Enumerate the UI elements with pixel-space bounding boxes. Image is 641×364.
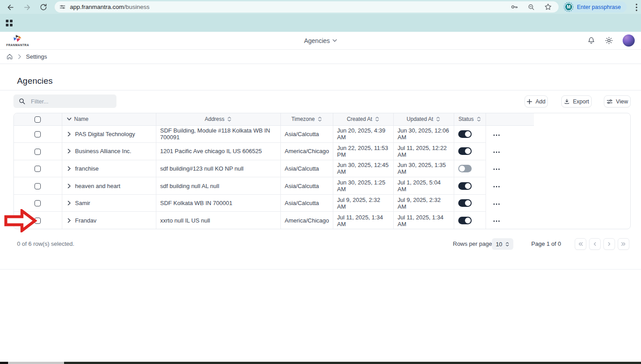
status-toggle[interactable] — [458, 182, 472, 190]
notifications-bell-icon[interactable] — [587, 36, 595, 45]
address-bar[interactable]: app.franmantra.com/business — [55, 1, 559, 13]
status-toggle[interactable] — [458, 130, 472, 138]
agency-timezone: America/Chicago — [280, 143, 333, 160]
column-header-timezone[interactable]: Timezone — [291, 116, 314, 122]
row-checkbox[interactable] — [34, 131, 41, 137]
chevron-right-icon[interactable] — [67, 218, 71, 223]
status-toggle[interactable] — [458, 199, 472, 207]
enter-passphrase-button[interactable]: M Enter passphrase — [563, 1, 627, 13]
password-key-icon[interactable] — [510, 3, 519, 11]
row-checkbox[interactable] — [34, 166, 41, 172]
status-toggle[interactable] — [458, 147, 472, 155]
sort-icon[interactable] — [436, 116, 440, 122]
column-header-updated-at[interactable]: Updated At — [407, 116, 433, 122]
status-toggle[interactable] — [458, 165, 472, 172]
agency-name: Business Alliance Inc. — [75, 148, 132, 154]
chevron-right-icon[interactable] — [67, 132, 71, 137]
rows-per-page-select[interactable]: 10 — [492, 238, 513, 250]
updated-at: Jun 30, 2025, 1:35 AM — [393, 160, 454, 177]
page-title: Agencies — [17, 76, 53, 86]
app-header: FRANMANTRA Agencies — [0, 32, 641, 50]
agency-name: Frandav — [75, 217, 97, 224]
sort-icon[interactable] — [318, 116, 322, 122]
row-actions-button[interactable] — [492, 218, 501, 224]
column-header-address[interactable]: Address — [205, 116, 224, 122]
agency-name: heaven and heart — [75, 183, 120, 189]
expand-all-chevron-icon[interactable] — [67, 117, 72, 121]
sort-icon[interactable] — [375, 116, 379, 122]
agency-address: SDF Building, Module #118 Kolkata WB IN … — [156, 125, 280, 143]
row-actions-button[interactable] — [492, 167, 501, 172]
sort-icon[interactable] — [227, 116, 232, 122]
column-header-status[interactable]: Status — [459, 116, 474, 122]
zoom-out-icon[interactable] — [527, 3, 535, 11]
row-actions-button[interactable] — [492, 133, 501, 138]
row-checkbox[interactable] — [34, 149, 41, 155]
browser-forward-button[interactable] — [22, 3, 31, 12]
browser-toolbar: app.franmantra.com/business M Enter pass… — [0, 0, 641, 14]
brand-logo[interactable]: FRANMANTRA — [6, 34, 29, 47]
select-all-checkbox[interactable] — [34, 116, 41, 123]
table-row: heaven and heart sdf building null AL nu… — [14, 177, 534, 195]
browser-menu-button[interactable] — [632, 3, 641, 12]
created-at: Jun 30, 2025, 12:45 AM — [333, 160, 393, 177]
breadcrumb: Settings — [0, 50, 641, 64]
row-actions-button[interactable] — [492, 150, 501, 155]
first-page-button[interactable] — [575, 238, 586, 250]
status-toggle[interactable] — [458, 217, 472, 224]
horizontal-scrollbar[interactable] — [0, 362, 641, 364]
nav-dropdown-label: Agencies — [304, 37, 330, 44]
view-button-label: View — [616, 98, 628, 105]
profile-avatar: M — [565, 4, 572, 10]
created-at: Jul 9, 2025, 2:32 AM — [333, 194, 393, 212]
url-text: app.franmantra.com/business — [70, 4, 510, 10]
export-button[interactable]: Export — [561, 95, 592, 107]
card-bottom-divider — [0, 269, 641, 270]
table-row: Frandav xxrto null IL US null America/Ch… — [14, 212, 534, 229]
chevron-right-icon[interactable] — [67, 166, 71, 171]
last-page-button[interactable] — [618, 238, 629, 250]
created-at: Jul 11, 2025, 1:34 AM — [333, 212, 393, 229]
chevron-down-icon — [332, 39, 337, 42]
rows-per-page-label: Rows per page — [453, 240, 492, 247]
browser-reload-button[interactable] — [39, 3, 48, 12]
add-button[interactable]: Add — [525, 95, 548, 107]
filter-input[interactable] — [31, 98, 103, 105]
updated-at: Jul 11, 2025, 1:34 AM — [393, 212, 454, 229]
chevron-right-icon[interactable] — [67, 149, 71, 154]
browser-back-button[interactable] — [6, 3, 15, 12]
next-page-button[interactable] — [603, 238, 615, 250]
agencies-nav-dropdown[interactable]: Agencies — [304, 37, 337, 44]
user-avatar[interactable] — [623, 34, 635, 47]
sliders-icon — [607, 99, 613, 104]
chevron-right-icon[interactable] — [67, 184, 71, 188]
agency-address: xxrto null IL US null — [156, 212, 280, 229]
scrollbar-thumb[interactable] — [8, 362, 64, 364]
breadcrumb-current[interactable]: Settings — [26, 53, 47, 60]
row-actions-button[interactable] — [492, 184, 501, 189]
chevron-right-icon[interactable] — [67, 201, 71, 206]
column-header-name[interactable]: Name — [74, 116, 89, 122]
table-row: Samir SDF Kolkata WB IN 700001 Asia/Calc… — [14, 194, 534, 212]
view-button[interactable]: View — [604, 95, 631, 107]
agency-timezone: Asia/Calcutta — [280, 125, 333, 143]
site-controls-icon[interactable] — [59, 4, 66, 10]
created-at: Jun 30, 2025, 1:25 AM — [333, 177, 393, 195]
sort-icon[interactable] — [477, 116, 481, 122]
updated-at: Jul 1, 2025, 5:04 AM — [393, 177, 454, 195]
page-indicator: Page 1 of 0 — [531, 240, 561, 247]
previous-page-button[interactable] — [589, 238, 601, 250]
table-header-row: Name Address Timezone Created At Updated… — [14, 113, 534, 125]
home-icon[interactable] — [6, 53, 13, 60]
column-header-created-at[interactable]: Created At — [347, 116, 372, 122]
search-icon — [18, 98, 26, 105]
agency-address: 1201 Pacific Ave chicago IL US 606525 — [156, 143, 280, 160]
row-checkbox[interactable] — [34, 200, 41, 206]
selection-summary: 0 of 6 row(s) selected. — [17, 240, 74, 247]
row-actions-button[interactable] — [492, 201, 501, 207]
created-at: Jun 22, 2025, 11:53 PM — [333, 143, 393, 160]
theme-sun-icon[interactable] — [605, 36, 613, 45]
bookmark-star-icon[interactable] — [544, 3, 552, 11]
apps-grid-icon[interactable] — [6, 20, 13, 26]
row-checkbox[interactable] — [34, 183, 41, 189]
